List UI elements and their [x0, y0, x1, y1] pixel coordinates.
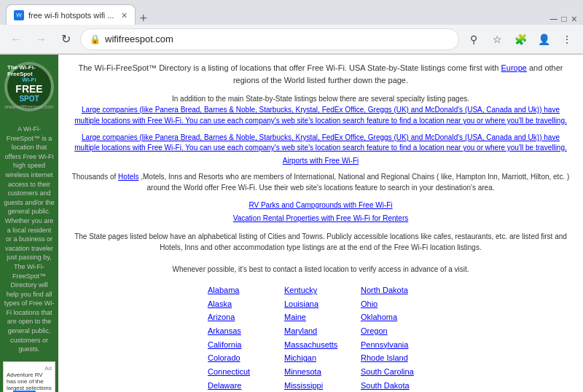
extension-icon[interactable]: 🧩: [510, 29, 531, 50]
state-link[interactable]: Pennsylvania: [361, 338, 434, 352]
specialty-intro-text: In addition to the main State-by-State l…: [172, 95, 469, 103]
specialty-intro: In addition to the main State-by-State l…: [69, 93, 572, 126]
state-link[interactable]: Delaware: [208, 379, 281, 392]
close-window-button[interactable]: ×: [571, 13, 577, 25]
state-link[interactable]: Minnesota: [284, 365, 357, 379]
state-link[interactable]: Arizona: [208, 310, 281, 324]
state-link[interactable]: Louisiana: [284, 297, 357, 311]
state-col-3: North DakotaOhioOklahomaOregonPennsylvan…: [361, 283, 434, 392]
chains-rest: ,Motels, Inns and Resorts who are member…: [141, 173, 569, 192]
europe-link[interactable]: Europe: [501, 63, 526, 72]
chains-thousands: Thousands of: [72, 173, 117, 181]
state-link[interactable]: Maryland: [284, 324, 357, 338]
active-tab[interactable]: W free wi-fi hotspots wifi ... ×: [6, 4, 136, 25]
description2: Whenever possible, it's best to contact …: [172, 265, 469, 273]
description1: The State pages listed below have an alp…: [74, 232, 567, 251]
profile-icon[interactable]: 👤: [533, 29, 554, 50]
state-link[interactable]: Colorado: [208, 351, 281, 365]
state-link[interactable]: South Dakota: [361, 379, 434, 392]
state-link[interactable]: Alabama: [208, 283, 281, 297]
intro-box: The Wi-Fi-FreeSpot™ Directory is a listi…: [69, 62, 572, 86]
back-button[interactable]: ←: [6, 29, 26, 50]
address-text: wififreespot.com: [105, 34, 450, 44]
state-link[interactable]: Rhode Island: [361, 351, 434, 365]
star-icon[interactable]: ☆: [487, 29, 507, 50]
state-link[interactable]: Alaska: [208, 297, 281, 311]
address-bar[interactable]: 🔒 wififreespot.com: [80, 28, 459, 50]
state-link[interactable]: Oregon: [361, 324, 434, 338]
menu-icon[interactable]: ⋮: [557, 29, 577, 50]
reload-button[interactable]: ↻: [55, 29, 76, 50]
state-link[interactable]: Oklahoma: [361, 310, 434, 324]
state-link[interactable]: Kentucky: [284, 283, 357, 297]
state-link[interactable]: Massachusetts: [284, 338, 357, 352]
search-icon[interactable]: ⚲: [463, 29, 484, 50]
page-content: The Wi-Fi-FreeSpot Wi-Fi FREE SPOT www.w…: [0, 55, 583, 392]
toolbar-icons: ⚲ ☆ 🧩 👤 ⋮: [463, 29, 577, 50]
state-link[interactable]: Connecticut: [208, 365, 281, 379]
state-col-2: KentuckyLouisianaMaineMarylandMassachuse…: [284, 283, 357, 392]
ad-box-title: Adventure RV has one of the largest sele…: [7, 372, 52, 392]
browser-chrome: W free wi-fi hotspots wifi ... × + ─ □ ×…: [0, 0, 583, 55]
tab-close-button[interactable]: ×: [121, 9, 127, 21]
large-companies-link-full[interactable]: Large companies (like Panera Bread, Barn…: [74, 133, 567, 152]
main-content: The Wi-Fi-FreeSpot™ Directory is a listi…: [58, 55, 583, 392]
large-companies-link[interactable]: Large companies (like Panera Bread, Barn…: [74, 106, 567, 125]
new-tab-button[interactable]: +: [140, 12, 148, 25]
minimize-button[interactable]: ─: [550, 13, 557, 25]
state-link[interactable]: North Dakota: [361, 283, 434, 297]
tab-favicon: W: [14, 10, 24, 20]
airports-link[interactable]: Airports with Free Wi-Fi: [283, 157, 359, 165]
state-col-1: AlabamaAlaskaArizonaArkansasCaliforniaCo…: [208, 283, 281, 392]
lock-icon: 🔒: [90, 34, 101, 44]
rv-parks-link[interactable]: RV Parks and Campgrounds with Free Wi-Fi: [69, 199, 572, 212]
intro-main: The Wi-Fi-FreeSpot™ Directory is a listi…: [79, 63, 499, 72]
state-columns: AlabamaAlaskaArizonaArkansasCaliforniaCo…: [69, 283, 572, 392]
state-link[interactable]: Mississippi: [284, 379, 357, 392]
vacation-rental-link[interactable]: Vacation Rental Properties with Free Wi-…: [69, 212, 572, 225]
specialty-links: RV Parks and Campgrounds with Free Wi-Fi…: [69, 199, 572, 225]
logo: The Wi-Fi-FreeSpot Wi-Fi FREE SPOT www.w…: [4, 62, 54, 111]
tab-title: free wi-fi hotspots wifi ...: [28, 11, 114, 20]
tab-bar: W free wi-fi hotspots wifi ... × + ─ □ ×: [0, 0, 583, 25]
state-link[interactable]: Maine: [284, 310, 357, 324]
state-link[interactable]: Arkansas: [208, 324, 281, 338]
sidebar: The Wi-Fi-FreeSpot Wi-Fi FREE SPOT www.w…: [0, 55, 58, 392]
ad-label: Ad: [7, 365, 52, 372]
hotels-link[interactable]: Hotels: [118, 173, 138, 181]
state-link[interactable]: Ohio: [361, 297, 434, 311]
maximize-button[interactable]: □: [562, 14, 567, 24]
forward-button[interactable]: →: [31, 29, 51, 50]
state-link[interactable]: South Carolina: [361, 365, 434, 379]
sidebar-description: A Wi-Fi-FreeSpot™ is a location that off…: [4, 125, 55, 354]
logo-wifi-text: The Wi-Fi-FreeSpot: [7, 64, 51, 77]
state-link[interactable]: California: [208, 338, 281, 352]
nav-bar: ← → ↻ 🔒 wififreespot.com ⚲ ☆ 🧩 👤 ⋮: [0, 25, 583, 54]
ad-box: Ad Adventure RV has one of the largest s…: [3, 361, 55, 392]
state-link[interactable]: Michigan: [284, 351, 357, 365]
chains-box: Thousands of Hotels ,Motels, Inns and Re…: [69, 171, 572, 193]
description-box: The State pages listed below have an alp…: [69, 231, 572, 275]
